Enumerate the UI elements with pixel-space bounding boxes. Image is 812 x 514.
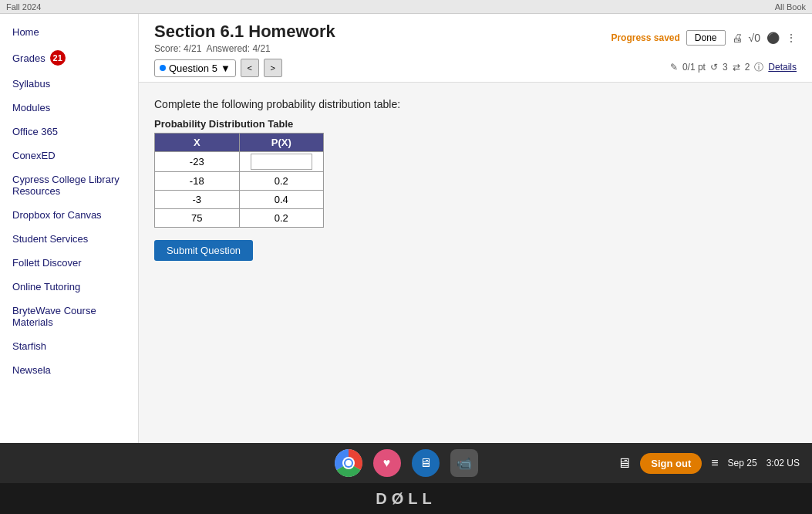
px-value-cell: 0.2	[239, 172, 324, 191]
cast-icon[interactable]: ♥	[373, 449, 401, 477]
px-value-cell[interactable]	[239, 152, 324, 172]
x-value-cell: -3	[155, 191, 240, 209]
revision-count: 2	[745, 62, 750, 73]
sidebar-item-library[interactable]: Cypress College Library Resources	[0, 167, 138, 203]
question-dot	[160, 65, 166, 71]
sidebar-item-office365[interactable]: Office 365	[0, 120, 138, 144]
x-value-cell: -23	[155, 152, 240, 172]
more-options-icon[interactable]: ⋮	[786, 32, 797, 44]
sign-out-button[interactable]: Sign out	[640, 453, 702, 474]
x-value-cell: 75	[155, 209, 240, 228]
sidebar-item-starfish[interactable]: Starfish	[0, 334, 138, 358]
score-label: Score: 4/21	[154, 43, 201, 54]
instruction: Complete the following probability distr…	[154, 98, 797, 110]
sidebar-item-student-services[interactable]: Student Services	[0, 227, 138, 251]
submit-question-button[interactable]: Submit Question	[154, 240, 253, 261]
taskbar: ♥ 🖥 📹 🖥 Sign out ≡ Sep 25 3:02 US	[0, 443, 812, 483]
all-book-label: All Book	[775, 2, 806, 12]
probability-table: X P(X) -23-180.2-30.4750.2	[154, 133, 324, 228]
x-value-cell: -18	[155, 172, 240, 191]
accessibility-icon[interactable]: ⚫	[767, 32, 780, 44]
progress-saved: Progress saved	[611, 32, 679, 43]
semester-label: Fall 2024	[6, 2, 41, 12]
taskbar-center: ♥ 🖥 📹	[335, 449, 478, 477]
table-row: 750.2	[155, 209, 324, 228]
detail-link[interactable]: Details	[768, 62, 797, 73]
points-label: 0/1 pt	[682, 62, 706, 73]
px-input[interactable]	[251, 154, 312, 170]
screen-share-icon[interactable]: 🖥	[412, 449, 440, 477]
dropdown-arrow: ▼	[221, 63, 231, 74]
dell-bar: DØLL	[0, 483, 812, 514]
time-label: 3:02 US	[767, 458, 800, 468]
col-px-header: P(X)	[239, 134, 324, 152]
date-label: Sep 25	[728, 458, 757, 468]
retry-count: 3	[723, 62, 728, 73]
print-icon[interactable]: 🖨	[732, 32, 743, 44]
col-x-header: X	[155, 134, 240, 152]
page-title: Section 6.1 Homework	[154, 22, 335, 42]
sidebar-item-grades[interactable]: Grades 21	[0, 44, 138, 72]
svg-point-3	[345, 460, 352, 466]
retry-icon: ↺	[710, 62, 718, 73]
sidebar-item-newsela[interactable]: Newsela	[0, 358, 138, 382]
sidebar: Home Grades 21 Syllabus Modules Office 3…	[0, 14, 139, 443]
table-row: -180.2	[155, 172, 324, 191]
table-row: -30.4	[155, 191, 324, 209]
table-title: Probability Distribution Table	[154, 118, 797, 130]
table-row: -23	[155, 152, 324, 172]
px-value-cell: 0.4	[239, 191, 324, 209]
content-header: Section 6.1 Homework Score: 4/21 Answere…	[139, 14, 812, 83]
sidebar-item-modules[interactable]: Modules	[0, 96, 138, 120]
question-selector[interactable]: Question 5 ▼	[154, 59, 236, 77]
sidebar-item-follett[interactable]: Follett Discover	[0, 251, 138, 275]
sidebar-item-tutoring[interactable]: Online Tutoring	[0, 275, 138, 299]
next-question-button[interactable]: >	[264, 59, 282, 77]
taskbar-right: 🖥 Sign out ≡ Sep 25 3:02 US	[478, 453, 800, 474]
sidebar-item-syllabus[interactable]: Syllabus	[0, 72, 138, 96]
main-content: Complete the following probability distr…	[139, 83, 812, 443]
done-button[interactable]: Done	[686, 30, 726, 46]
content-area: Section 6.1 Homework Score: 4/21 Answere…	[139, 14, 812, 443]
video-icon[interactable]: 📹	[450, 449, 478, 477]
prev-question-button[interactable]: <	[241, 59, 259, 77]
edit-icon: ✎	[670, 62, 678, 73]
menu-icon[interactable]: ≡	[711, 456, 718, 470]
top-bar: Fall 2024 All Book	[0, 0, 812, 14]
sidebar-item-conexed[interactable]: ConexED	[0, 144, 138, 167]
formula-icon[interactable]: √0	[749, 32, 760, 44]
info-icon: ⓘ	[754, 61, 763, 74]
revision-icon: ⇄	[733, 62, 740, 73]
answered-label: Answered: 4/21	[206, 43, 270, 54]
dell-brand: DØLL	[376, 490, 436, 508]
chrome-icon[interactable]	[335, 449, 362, 477]
sidebar-item-home[interactable]: Home	[0, 20, 138, 44]
px-value-cell: 0.2	[239, 209, 324, 228]
grades-badge: 21	[50, 50, 66, 66]
screen-icon[interactable]: 🖥	[617, 455, 631, 472]
sidebar-item-brytewave[interactable]: BryteWave Course Materials	[0, 299, 138, 334]
sidebar-item-dropbox[interactable]: Dropbox for Canvas	[0, 203, 138, 227]
